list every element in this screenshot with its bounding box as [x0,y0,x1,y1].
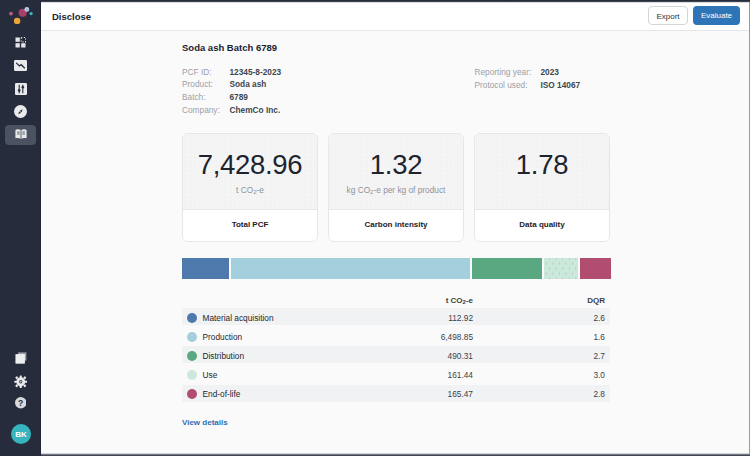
svg-text:?: ? [18,398,23,408]
svg-text:BK: BK [15,430,27,439]
